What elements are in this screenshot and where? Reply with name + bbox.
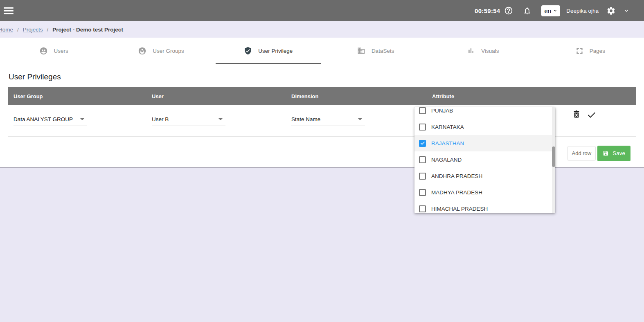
user-value: User B: [152, 116, 169, 122]
tab-pages[interactable]: Pages: [537, 38, 644, 64]
column-header-dimension: Dimension: [286, 93, 427, 99]
tab-label: Visuals: [481, 48, 499, 54]
attribute-option-label: HIMACHAL PRADESH: [431, 206, 488, 212]
attribute-option-label: MADHYA PRADESH: [431, 189, 482, 196]
tab-visuals[interactable]: Visuals: [429, 38, 536, 64]
dropdown-arrow-icon: [358, 118, 362, 120]
language-select[interactable]: en: [541, 5, 561, 16]
column-header-user-group: User Group: [8, 93, 146, 99]
confirm-check-icon[interactable]: [586, 110, 597, 120]
user-group-cell: Data ANALYST GROUP: [8, 105, 146, 136]
pages-corners-icon: [576, 47, 583, 55]
breadcrumb-separator: /: [17, 27, 19, 33]
save-button-label: Save: [612, 150, 625, 156]
tab-label: DataSets: [372, 48, 394, 54]
attribute-option[interactable]: ANDHRA PRADESH: [414, 168, 555, 184]
attribute-option-label: NAGALAND: [431, 157, 462, 163]
attribute-option[interactable]: RAJASTHAN: [414, 135, 555, 151]
project-tabs: Users User Groups User Privilege DataSet…: [0, 38, 644, 64]
bar-chart-icon: [467, 47, 475, 55]
tab-datasets[interactable]: DataSets: [322, 38, 429, 64]
breadcrumb-current-page: Project - Demo test Project: [52, 27, 123, 33]
tab-label: User Privilege: [258, 48, 293, 54]
language-value: en: [545, 7, 552, 14]
attribute-option[interactable]: PUNJAB: [414, 107, 555, 119]
account-chevron-down-icon[interactable]: [623, 7, 630, 14]
attribute-option[interactable]: KARNATAKA: [414, 119, 555, 135]
dimension-cell: State Name: [286, 105, 427, 136]
user-group-value: Data ANALYST GROUP: [14, 116, 73, 122]
attribute-option-label: ANDHRA PRADESH: [431, 173, 482, 179]
attribute-dropdown-options: PUNJAB KARNATAKA RAJASTHAN NAGALAND ANDH…: [414, 107, 555, 213]
privileges-table-header: User Group User Dimension Attribute: [8, 87, 636, 105]
column-header-user: User: [146, 93, 286, 99]
attribute-option[interactable]: MADHYA PRADESH: [414, 184, 555, 200]
dropdown-scrollbar[interactable]: [552, 107, 555, 213]
dropdown-arrow-icon: [218, 118, 223, 120]
session-timer: 00:59:54: [475, 7, 500, 14]
datasets-building-icon: [357, 47, 365, 55]
active-tab-underline: [216, 63, 321, 64]
user-cell: User B: [146, 105, 286, 136]
column-header-attribute: Attribute: [427, 93, 566, 99]
shield-check-icon: [244, 47, 252, 55]
attribute-option[interactable]: HIMACHAL PRADESH: [414, 200, 555, 213]
dropdown-arrow-icon: [80, 118, 84, 120]
user-select[interactable]: User B: [152, 115, 225, 126]
topbar: 00:59:54 en Deepika ojha: [0, 0, 644, 21]
dimension-value: State Name: [291, 116, 320, 122]
breadcrumb: Home / Projects / Project - Demo test Pr…: [0, 21, 644, 38]
menu-hamburger-icon[interactable]: [4, 6, 14, 16]
topbar-right: 00:59:54 en Deepika ojha: [475, 5, 644, 16]
checkbox-icon[interactable]: [419, 124, 426, 131]
page-title: User Privileges: [8, 64, 636, 87]
breadcrumb-separator: /: [47, 27, 49, 33]
add-row-button[interactable]: Add row: [567, 146, 596, 160]
chevron-down-icon: [553, 8, 558, 13]
users-circle-icon: [39, 47, 48, 55]
attribute-option-label: PUNJAB: [431, 108, 453, 114]
user-group-select[interactable]: Data ANALYST GROUP: [14, 115, 87, 126]
checkbox-icon[interactable]: [419, 173, 426, 180]
attribute-dropdown-panel: PUNJAB KARNATAKA RAJASTHAN NAGALAND ANDH…: [414, 107, 555, 213]
checkbox-icon[interactable]: [419, 156, 426, 163]
tab-user-groups[interactable]: User Groups: [107, 38, 214, 64]
tab-users[interactable]: Users: [0, 38, 107, 64]
breadcrumb-home-link[interactable]: Home: [0, 27, 13, 33]
checkbox-icon[interactable]: [419, 107, 426, 114]
delete-row-icon[interactable]: [572, 110, 581, 119]
checkbox-icon[interactable]: [419, 140, 426, 147]
save-floppy-icon: [603, 150, 609, 156]
checkbox-icon[interactable]: [419, 189, 426, 196]
checkbox-icon[interactable]: [419, 205, 426, 212]
current-user-name: Deepika ojha: [566, 8, 599, 14]
attribute-option[interactable]: NAGALAND: [414, 151, 555, 168]
help-icon[interactable]: [504, 6, 513, 15]
settings-gear-icon[interactable]: [606, 6, 616, 16]
user-groups-circle-icon: [138, 47, 146, 55]
tab-label: Pages: [590, 48, 605, 54]
notifications-bell-icon[interactable]: [523, 7, 531, 15]
attribute-option-label: KARNATAKA: [431, 124, 464, 130]
row-actions: [566, 105, 636, 136]
tab-label: User Groups: [153, 48, 184, 54]
tab-label: Users: [54, 48, 68, 54]
breadcrumb-projects-link[interactable]: Projects: [23, 27, 43, 33]
dimension-select[interactable]: State Name: [291, 115, 365, 126]
tab-user-privilege[interactable]: User Privilege: [215, 38, 322, 64]
save-button[interactable]: Save: [597, 146, 630, 161]
attribute-option-label: RAJASTHAN: [431, 140, 464, 146]
dropdown-scrollbar-thumb[interactable]: [552, 146, 555, 167]
